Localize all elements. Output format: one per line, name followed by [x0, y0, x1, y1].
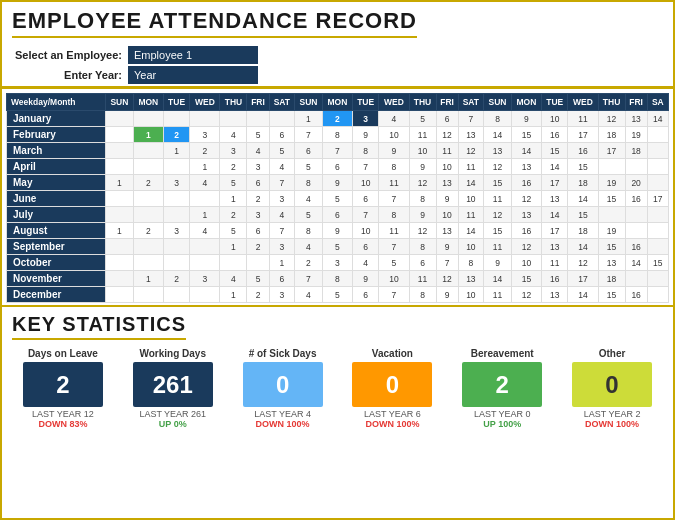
table-row: November123456789101112131415161718	[7, 271, 669, 287]
stat-card: # of Sick Days0LAST YEAR 4DOWN 100%	[232, 348, 334, 429]
card-last-year: LAST YEAR 4	[254, 409, 311, 419]
table-row: February12345678910111213141516171819	[7, 127, 669, 143]
table-row: June1234567891011121314151617	[7, 191, 669, 207]
card-label: # of Sick Days	[249, 348, 317, 359]
card-value: 0	[243, 362, 323, 407]
stat-card: Other0LAST YEAR 2DOWN 100%	[561, 348, 663, 429]
card-change: DOWN 100%	[256, 419, 310, 429]
year-label: Enter Year:	[12, 69, 122, 81]
stats-cards: Days on Leave2LAST YEAR 12DOWN 83%Workin…	[12, 348, 663, 429]
stat-card: Days on Leave2LAST YEAR 12DOWN 83%	[12, 348, 114, 429]
table-row: September12345678910111213141516	[7, 239, 669, 255]
card-label: Working Days	[139, 348, 206, 359]
card-last-year: LAST YEAR 12	[32, 409, 94, 419]
employee-label: Select an Employee:	[12, 49, 122, 61]
year-row: Enter Year: Year	[12, 66, 663, 84]
employee-input[interactable]: Employee 1	[128, 46, 258, 64]
page-title: EMPLOYEE ATTENDANCE RECORD	[12, 8, 417, 38]
stats-section: KEY STATISTICS Days on Leave2LAST YEAR 1…	[2, 305, 673, 435]
card-value: 261	[133, 362, 213, 407]
table-row: July123456789101112131415	[7, 207, 669, 223]
card-value: 0	[572, 362, 652, 407]
header-section: EMPLOYEE ATTENDANCE RECORD Select an Emp…	[2, 2, 673, 89]
table-row: May1234567891011121314151617181920	[7, 175, 669, 191]
card-last-year: LAST YEAR 6	[364, 409, 421, 419]
card-change: DOWN 100%	[365, 419, 419, 429]
table-row: April123456789101112131415	[7, 159, 669, 175]
table-row: January1234567891011121314	[7, 111, 669, 127]
card-change: DOWN 83%	[38, 419, 87, 429]
table-row: March123456789101112131415161718	[7, 143, 669, 159]
card-last-year: LAST YEAR 0	[474, 409, 531, 419]
calendar-table: Weekday/MonthSUNMONTUEWEDTHUFRISATSUNMON…	[6, 93, 669, 303]
table-row: October123456789101112131415	[7, 255, 669, 271]
calendar-section: Weekday/MonthSUNMONTUEWEDTHUFRISATSUNMON…	[2, 89, 673, 305]
table-row: August12345678910111213141516171819	[7, 223, 669, 239]
card-change: UP 100%	[483, 419, 521, 429]
header-fields: Select an Employee: Employee 1 Enter Yea…	[12, 46, 663, 84]
card-value: 0	[352, 362, 432, 407]
card-label: Bereavement	[471, 348, 534, 359]
card-change: DOWN 100%	[585, 419, 639, 429]
card-value: 2	[23, 362, 103, 407]
year-input[interactable]: Year	[128, 66, 258, 84]
card-label: Days on Leave	[28, 348, 98, 359]
calendar-header: Weekday/MonthSUNMONTUEWEDTHUFRISATSUNMON…	[7, 94, 669, 111]
card-label: Vacation	[372, 348, 413, 359]
calendar-body: January1234567891011121314February123456…	[7, 111, 669, 303]
stat-card: Bereavement2LAST YEAR 0UP 100%	[451, 348, 553, 429]
table-row: December12345678910111213141516	[7, 287, 669, 303]
card-change: UP 0%	[159, 419, 187, 429]
stat-card: Vacation0LAST YEAR 6DOWN 100%	[341, 348, 443, 429]
card-last-year: LAST YEAR 261	[139, 409, 206, 419]
stats-title: KEY STATISTICS	[12, 313, 186, 340]
employee-row: Select an Employee: Employee 1	[12, 46, 663, 64]
card-label: Other	[599, 348, 626, 359]
card-value: 2	[462, 362, 542, 407]
card-last-year: LAST YEAR 2	[584, 409, 641, 419]
stat-card: Working Days261LAST YEAR 261UP 0%	[122, 348, 224, 429]
